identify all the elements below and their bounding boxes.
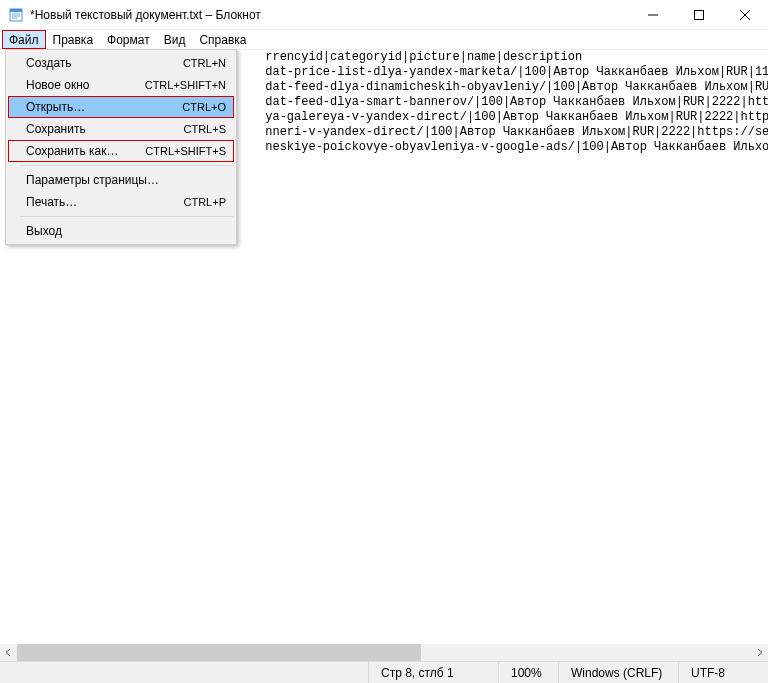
menu-edit[interactable]: Правка: [46, 30, 101, 49]
menu-separator: [20, 165, 233, 166]
menu-item-label: Сохранить: [26, 122, 184, 136]
menu-item-label: Параметры страницы…: [26, 173, 226, 187]
title-bar: *Новый текстовый документ.txt – Блокнот: [0, 0, 768, 30]
menu-item-label: Открыть…: [26, 100, 182, 114]
file-menu-dropdown: Создать CTRL+N Новое окно CTRL+SHIFT+N О…: [5, 49, 237, 245]
menu-item-save-as[interactable]: Сохранить как… CTRL+SHIFT+S: [8, 140, 234, 162]
window-controls: [630, 0, 768, 29]
status-line-ending: Windows (CRLF): [558, 662, 678, 683]
status-bar: Стр 8, стлб 1 100% Windows (CRLF) UTF-8: [0, 661, 768, 683]
svg-rect-1: [10, 9, 22, 12]
menu-bar: Файл Правка Формат Вид Справка: [0, 30, 768, 50]
minimize-button[interactable]: [630, 0, 676, 30]
menu-item-save[interactable]: Сохранить CTRL+S: [8, 118, 234, 140]
status-encoding: UTF-8: [678, 662, 768, 683]
close-button[interactable]: [722, 0, 768, 30]
menu-format[interactable]: Формат: [100, 30, 157, 49]
menu-item-shortcut: CTRL+S: [184, 123, 227, 135]
horizontal-scrollbar[interactable]: [0, 644, 768, 661]
window-title: *Новый текстовый документ.txt – Блокнот: [30, 8, 630, 22]
menu-item-open[interactable]: Открыть… CTRL+O: [8, 96, 234, 118]
menu-view[interactable]: Вид: [157, 30, 193, 49]
menu-item-shortcut: CTRL+SHIFT+S: [145, 145, 226, 157]
svg-rect-6: [695, 11, 704, 20]
menu-item-label: Новое окно: [26, 78, 145, 92]
menu-item-shortcut: CTRL+SHIFT+N: [145, 79, 226, 91]
menu-item-label: Сохранить как…: [26, 144, 145, 158]
menu-item-page-setup[interactable]: Параметры страницы…: [8, 169, 234, 191]
menu-separator: [20, 216, 233, 217]
notepad-icon: [8, 7, 24, 23]
menu-item-print[interactable]: Печать… CTRL+P: [8, 191, 234, 213]
menu-item-new-window[interactable]: Новое окно CTRL+SHIFT+N: [8, 74, 234, 96]
menu-item-label: Печать…: [26, 195, 184, 209]
scroll-left-arrow-icon[interactable]: [0, 644, 17, 661]
menu-item-exit[interactable]: Выход: [8, 220, 234, 242]
menu-item-label: Создать: [26, 56, 183, 70]
status-position: Стр 8, стлб 1: [368, 662, 498, 683]
menu-item-shortcut: CTRL+P: [184, 196, 227, 208]
menu-help[interactable]: Справка: [192, 30, 253, 49]
menu-item-shortcut: CTRL+O: [182, 101, 226, 113]
maximize-button[interactable]: [676, 0, 722, 30]
menu-item-label: Выход: [26, 224, 226, 238]
menu-file[interactable]: Файл: [2, 30, 46, 49]
menu-item-new[interactable]: Создать CTRL+N: [8, 52, 234, 74]
menu-item-shortcut: CTRL+N: [183, 57, 226, 69]
scroll-right-arrow-icon[interactable]: [751, 644, 768, 661]
status-zoom: 100%: [498, 662, 558, 683]
scroll-track[interactable]: [17, 644, 751, 661]
scroll-thumb[interactable]: [17, 644, 421, 661]
